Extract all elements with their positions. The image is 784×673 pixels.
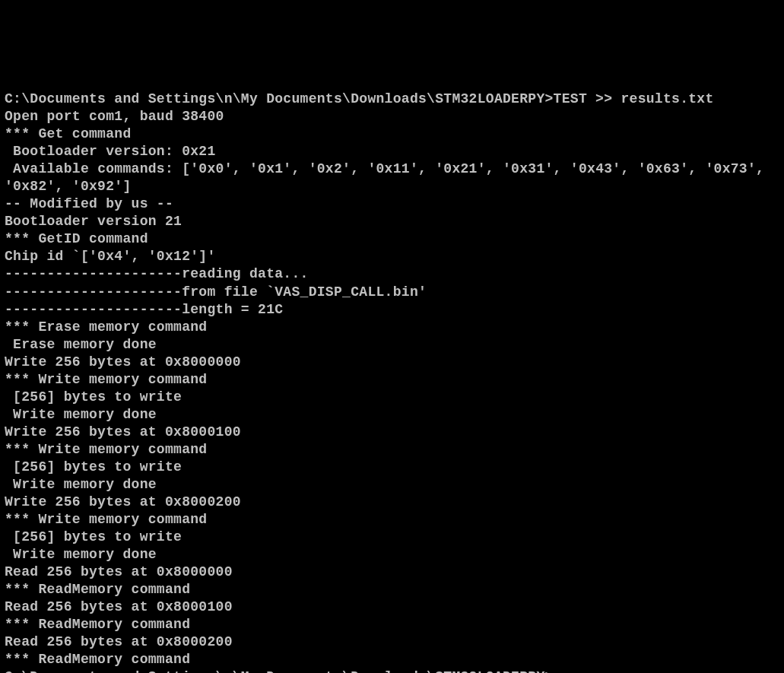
- output-line: Write memory done: [5, 406, 779, 424]
- output-line: Open port com1, baud 38400: [5, 108, 779, 125]
- output-line: ---------------------length = 21C: [5, 301, 779, 319]
- output-line: [256] bytes to write: [5, 529, 779, 546]
- output-line: *** ReadMemory command: [5, 651, 779, 668]
- output-line: Bootloader version 21: [5, 213, 779, 230]
- output-line: Available commands: ['0x0', '0x1', '0x2'…: [5, 160, 779, 195]
- output-line: Read 256 bytes at 0x8000200: [5, 633, 779, 651]
- output-line: ---------------------from file `VAS_DISP…: [5, 284, 779, 301]
- output-line: *** ReadMemory command: [5, 616, 779, 633]
- output-line: [256] bytes to write: [5, 459, 779, 476]
- output-line: Write memory done: [5, 546, 779, 563]
- output-line: *** Erase memory command: [5, 319, 779, 336]
- output-line: *** ReadMemory command: [5, 581, 779, 598]
- output-line: ---------------------reading data...: [5, 265, 779, 283]
- output-line: Read 256 bytes at 0x8000000: [5, 563, 779, 581]
- output-line: Write 256 bytes at 0x8000000: [5, 354, 779, 371]
- terminal-window[interactable]: C:\Documents and Settings\n\My Documents…: [5, 73, 779, 673]
- output-line: [256] bytes to write: [5, 389, 779, 406]
- output-line: *** Write memory command: [5, 511, 779, 529]
- output-line: Write 256 bytes at 0x8000200: [5, 494, 779, 511]
- output-line: Erase memory done: [5, 336, 779, 354]
- output-line: Bootloader version: 0x21: [5, 143, 779, 160]
- output-line: -- Modified by us --: [5, 195, 779, 213]
- command-prompt-line: C:\Documents and Settings\n\My Documents…: [5, 90, 779, 108]
- output-line: Write 256 bytes at 0x8000100: [5, 424, 779, 441]
- output-line: Read 256 bytes at 0x8000100: [5, 598, 779, 616]
- output-line: *** GetID command: [5, 230, 779, 248]
- output-line: *** Get command: [5, 125, 779, 143]
- output-line: *** Write memory command: [5, 371, 779, 389]
- final-command-prompt[interactable]: C:\Documents and Settings\n\My Documents…: [5, 668, 779, 673]
- output-line: Chip id `['0x4', '0x12']': [5, 248, 779, 265]
- output-line: Write memory done: [5, 476, 779, 494]
- prompt-text: C:\Documents and Settings\n\My Documents…: [5, 669, 554, 673]
- output-line: *** Write memory command: [5, 441, 779, 459]
- blank-top-line: [5, 73, 779, 90]
